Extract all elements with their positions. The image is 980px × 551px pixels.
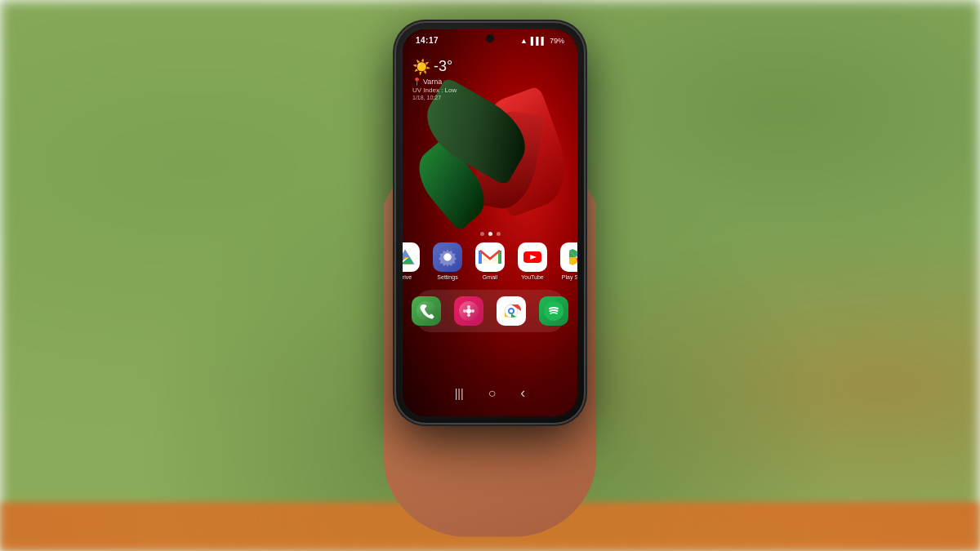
app-item-drive[interactable]: Drive: [403, 242, 420, 280]
wifi-icon: ▲: [520, 37, 528, 45]
page-dot-1: [480, 232, 484, 236]
drive-label: Drive: [403, 274, 412, 280]
gmail-icon: [475, 242, 505, 272]
nav-bar: ||| ○ ‹: [403, 377, 577, 410]
bixby-icon: [454, 296, 483, 326]
app-item-playstore[interactable]: Play Store: [560, 242, 577, 280]
svg-point-31: [510, 309, 513, 313]
svg-point-23: [467, 305, 470, 309]
page-dot-3: [497, 232, 501, 236]
app-item-spotify[interactable]: [539, 296, 568, 326]
svg-point-25: [463, 309, 466, 313]
weather-temperature: -3°: [434, 58, 452, 75]
scene-container: 14:17 ▲ ▌▌▌ 79% ☀️ -3° 📍 Varna UV Index …: [278, 15, 702, 537]
page-dot-2: [488, 232, 492, 236]
svg-point-6: [446, 256, 449, 259]
signal-icon: ▌▌▌: [531, 37, 546, 45]
status-icons: ▲ ▌▌▌ 79%: [520, 37, 564, 45]
drive-icon: [403, 242, 420, 272]
app-item-youtube[interactable]: YouTube: [518, 242, 547, 280]
settings-label: Settings: [437, 274, 457, 280]
app-grid: Drive Settings: [403, 232, 577, 339]
weather-widget: ☀️ -3° 📍 Varna UV Index : Low 1/18, 10:2…: [412, 58, 457, 100]
chrome-icon: [497, 296, 526, 326]
location-pin-icon: 📍: [412, 78, 421, 86]
home-btn[interactable]: ○: [488, 386, 497, 401]
settings-icon: [433, 242, 462, 272]
phone-icon: [412, 296, 441, 326]
page-dots: [411, 232, 569, 236]
app-item-phone[interactable]: [412, 296, 441, 326]
svg-point-24: [467, 313, 470, 317]
phone-frame: 14:17 ▲ ▌▌▌ 79% ☀️ -3° 📍 Varna UV Index …: [396, 23, 584, 423]
youtube-label: YouTube: [521, 274, 544, 280]
playstore-icon: [560, 242, 577, 272]
app-item-settings[interactable]: Settings: [433, 242, 462, 280]
svg-point-26: [471, 309, 474, 313]
back-btn[interactable]: ‹: [520, 384, 525, 402]
gmail-label: Gmail: [483, 274, 497, 280]
dock-row: [415, 290, 565, 332]
weather-icon: ☀️: [412, 58, 430, 76]
battery-level: 79%: [550, 37, 564, 45]
app-item-gmail[interactable]: Gmail: [475, 242, 505, 280]
weather-uv: UV Index : Low: [412, 87, 457, 94]
youtube-icon: [518, 242, 547, 272]
recent-apps-btn[interactable]: |||: [455, 387, 464, 400]
main-app-row: Drive Settings: [411, 242, 569, 280]
status-time: 14:17: [416, 36, 439, 45]
camera-cutout: [486, 34, 494, 42]
weather-location: 📍 Varna: [412, 78, 457, 86]
weather-date: 1/18, 10:27: [412, 95, 457, 100]
app-item-bixby[interactable]: [454, 296, 483, 326]
playstore-label: Play Store: [562, 274, 577, 280]
phone-screen: 14:17 ▲ ▌▌▌ 79% ☀️ -3° 📍 Varna UV Index …: [403, 29, 577, 416]
app-item-chrome[interactable]: [497, 296, 526, 326]
spotify-icon: [539, 296, 568, 326]
svg-point-22: [466, 309, 471, 313]
